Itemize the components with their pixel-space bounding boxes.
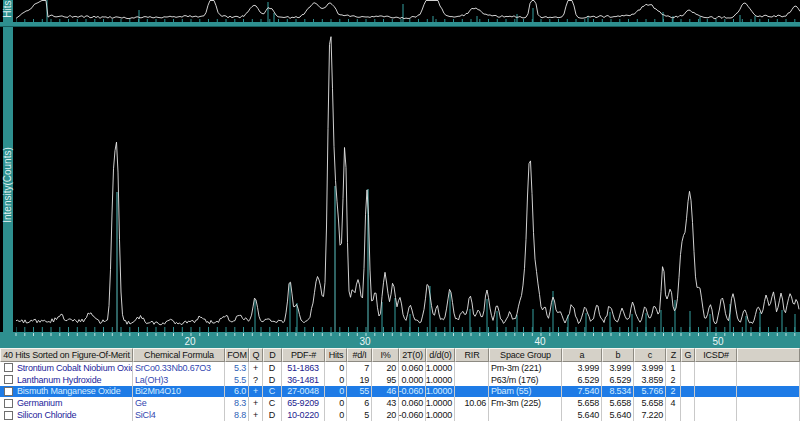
cell-icsd <box>695 362 737 374</box>
cell-z: 2 <box>666 386 681 398</box>
cell-tt0: -0.060 <box>399 386 426 398</box>
cell-ndi: 7 <box>347 362 372 374</box>
left-axis-bar: Hits Intensity(Counts) <box>3 0 13 348</box>
cell-pdf: 10-0220 <box>282 409 325 421</box>
cell-dd0: 1.0000 <box>426 409 455 421</box>
table-body: Strontium Cobalt Niobium OxideSrCo0.33Nb… <box>0 362 800 421</box>
cell-sg: P63/m (176) <box>489 374 562 386</box>
cell-z: 4 <box>666 397 681 409</box>
cell-d: C <box>263 397 282 409</box>
header-cell-d[interactable]: D <box>263 348 282 362</box>
cell-dd0: 1.0000 <box>426 397 455 409</box>
header-cell-rir[interactable]: RIR <box>455 348 489 362</box>
cell-dd0: 1.0000 <box>426 362 455 374</box>
cell-fill <box>737 386 800 398</box>
row-checkbox[interactable] <box>4 387 13 396</box>
cell-g <box>681 397 695 409</box>
cell-hits: 0 <box>325 409 347 421</box>
hits-table: 40 Hits Sorted on Figure-Of-MeritChemica… <box>0 348 800 421</box>
cell-rir <box>455 362 489 374</box>
cell-d: C <box>263 386 282 398</box>
header-cell-ndi[interactable]: #d/I <box>347 348 372 362</box>
header-cell-c[interactable]: c <box>634 348 666 362</box>
cell-fom: 5.3 <box>225 362 249 374</box>
cell-g <box>681 374 695 386</box>
header-cell-b[interactable]: b <box>602 348 634 362</box>
cell-sg: Pm-3m (221) <box>489 362 562 374</box>
x-tick-label: 40 <box>534 336 546 347</box>
header-cell-formula[interactable]: Chemical Formula <box>133 348 225 362</box>
header-cell-q[interactable]: Q <box>249 348 263 362</box>
row-checkbox[interactable] <box>4 363 13 372</box>
header-cell-icsd[interactable]: ICSD# <box>695 348 737 362</box>
table-row[interactable]: Bismuth Manganese OxideBi2Mn4O106.0+C27-… <box>0 386 800 398</box>
row-checkbox[interactable] <box>4 399 13 408</box>
cell-ipct: 20 <box>372 362 399 374</box>
header-cell-ipct[interactable]: I% <box>372 348 399 362</box>
cell-a: 5.640 <box>562 409 602 421</box>
cell-a: 6.529 <box>562 374 602 386</box>
cell-q: + <box>249 362 263 374</box>
cell-b: 5.658 <box>602 397 634 409</box>
diffraction-pattern-plot[interactable] <box>16 27 800 332</box>
cell-formula: Ge <box>133 397 225 409</box>
cell-formula: SrCo0.33Nb0.67O3 <box>133 362 225 374</box>
cell-d: D <box>263 362 282 374</box>
header-cell-tt0[interactable]: 2T(0) <box>399 348 426 362</box>
header-cell-z[interactable]: Z <box>666 348 681 362</box>
cell-dd0: 1.0000 <box>426 374 455 386</box>
table-row[interactable]: Strontium Cobalt Niobium OxideSrCo0.33Nb… <box>0 362 800 374</box>
cell-a: 3.999 <box>562 362 602 374</box>
header-cell-fom[interactable]: FOM <box>225 348 249 362</box>
header-cell-fill[interactable] <box>737 348 800 362</box>
cell-d: D <box>263 374 282 386</box>
x-tick-label: 30 <box>359 336 371 347</box>
overview-strip-svg <box>16 0 800 22</box>
overview-strip-plot[interactable] <box>16 0 800 22</box>
header-cell-g[interactable]: G <box>681 348 695 362</box>
header-cell-pdf[interactable]: PDF-# <box>282 348 325 362</box>
two-theta-axis: 20304050 <box>0 332 800 348</box>
header-cell-name[interactable]: 40 Hits Sorted on Figure-Of-Merit <box>0 348 133 362</box>
cell-tt0: 0.060 <box>399 397 426 409</box>
cell-icsd <box>695 374 737 386</box>
header-cell-a[interactable]: a <box>562 348 602 362</box>
cell-formula: La(OH)3 <box>133 374 225 386</box>
table-row[interactable]: GermaniumGe8.3+C65-920906430.0601.000010… <box>0 397 800 409</box>
cell-sg <box>489 409 562 421</box>
cell-tt0: 0.060 <box>399 362 426 374</box>
cell-ndi: 55 <box>347 386 372 398</box>
table-row[interactable]: Lanthanum HydroxideLa(OH)35.5?D36-148101… <box>0 374 800 386</box>
cell-formula: Bi2Mn4O10 <box>133 386 225 398</box>
cell-z: 1 <box>666 362 681 374</box>
cell-z: 2 <box>666 374 681 386</box>
cell-pdf: 65-9209 <box>282 397 325 409</box>
cell-dd0: 1.0000 <box>426 386 455 398</box>
cell-ndi: 5 <box>347 409 372 421</box>
table-header-row: 40 Hits Sorted on Figure-Of-MeritChemica… <box>0 348 800 362</box>
cell-sg: Pbam (55) <box>489 386 562 398</box>
header-cell-dd0[interactable]: d/d(0) <box>426 348 455 362</box>
header-cell-hits[interactable]: Hits <box>325 348 347 362</box>
cell-b: 3.999 <box>602 362 634 374</box>
diffraction-pattern-svg <box>16 27 800 332</box>
cell-c: 7.220 <box>634 409 666 421</box>
row-checkbox[interactable] <box>4 411 13 420</box>
cell-g <box>681 386 695 398</box>
cell-hits: 0 <box>325 386 347 398</box>
header-cell-sg[interactable]: Space Group <box>489 348 562 362</box>
cell-fom: 8.3 <box>225 397 249 409</box>
cell-name: Silicon Chloride <box>0 409 133 421</box>
hits-axis-label: Hits <box>3 0 13 20</box>
cell-pdf: 27-0048 <box>282 386 325 398</box>
table-row[interactable]: Silicon ChlorideSiCl48.8+D10-02200520-0.… <box>0 409 800 421</box>
cell-fill <box>737 397 800 409</box>
cell-b: 5.640 <box>602 409 634 421</box>
cell-q: + <box>249 397 263 409</box>
row-checkbox[interactable] <box>4 375 13 384</box>
cell-a: 5.658 <box>562 397 602 409</box>
cell-b: 8.534 <box>602 386 634 398</box>
intensity-axis-label: Intensity(Counts) <box>3 139 13 231</box>
cell-c: 3.999 <box>634 362 666 374</box>
cell-hits: 0 <box>325 362 347 374</box>
